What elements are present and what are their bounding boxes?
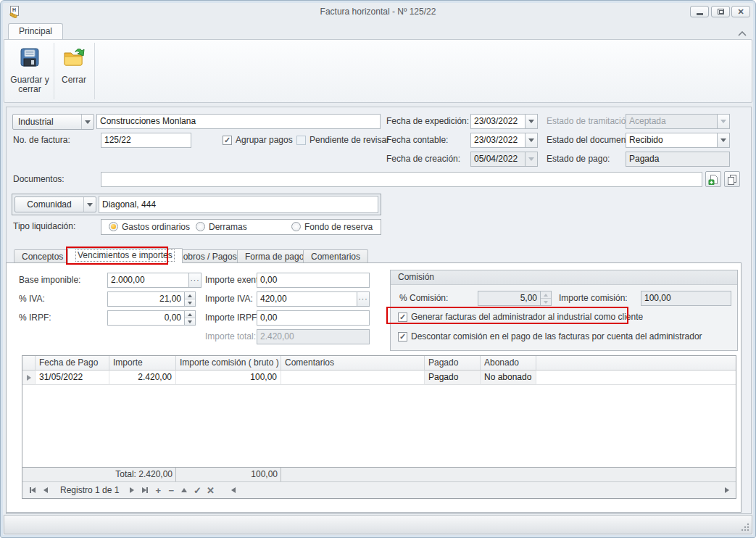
minimize-button[interactable] bbox=[690, 6, 709, 17]
statusbar bbox=[4, 515, 752, 534]
entity-name-field[interactable]: Construcciones Monlana bbox=[96, 114, 381, 129]
tab-vencimientos-importes[interactable]: Vencimientos e importes bbox=[67, 248, 183, 263]
grid-header-indicator bbox=[22, 356, 36, 371]
radio-derramas[interactable] bbox=[196, 222, 205, 231]
tab-forma-pago[interactable]: Forma de pago bbox=[237, 249, 312, 263]
hscroll-left-button[interactable] bbox=[228, 484, 239, 496]
base-imponible-label: Base imponible: bbox=[19, 273, 80, 288]
descontar-comision-checkbox[interactable]: ✓ bbox=[398, 332, 407, 342]
hscroll-right-button[interactable] bbox=[721, 484, 733, 496]
save-and-close-button[interactable]: Guardar y cerrar bbox=[7, 42, 52, 100]
grid-header-importe-comision[interactable]: Importe comisión ( bruto ) bbox=[176, 356, 281, 371]
record-navigator: Registro 1 de 1 + − ✓ ✕ bbox=[22, 481, 736, 498]
comunidad-type-value: Comunidad bbox=[15, 197, 83, 212]
cerrar-button[interactable]: Cerrar bbox=[56, 42, 92, 100]
entity-type-combo[interactable]: Industrial bbox=[12, 114, 94, 130]
iva-pct-field[interactable]: 21,00 bbox=[107, 291, 196, 307]
spinner-buttons[interactable] bbox=[184, 292, 195, 306]
collapse-ribbon-icon[interactable] bbox=[738, 28, 747, 38]
radio-gastos-ordinarios-label[interactable]: Gastos ordinarios bbox=[122, 220, 190, 235]
fecha-expedicion-value: 23/03/2022 bbox=[471, 115, 525, 128]
ribbon-tab-principal[interactable]: Principal bbox=[8, 23, 63, 40]
importe-comision-label: Importe comisión: bbox=[559, 291, 628, 306]
importe-irpf-field[interactable]: 0,00 bbox=[257, 310, 370, 326]
nav-cancel-button[interactable]: ✕ bbox=[204, 484, 216, 496]
generar-facturas-checkbox[interactable]: ✓ bbox=[398, 313, 407, 322]
importe-total-field: 2.420,00 bbox=[257, 329, 370, 344]
radio-derramas-label[interactable]: Derramas bbox=[209, 220, 247, 235]
check-icon: ✓ bbox=[399, 333, 406, 341]
importe-comision-field: 100,00 bbox=[641, 291, 731, 306]
agrupar-pagos-label[interactable]: Agrupar pagos bbox=[236, 133, 293, 148]
grid-header-fecha-pago[interactable]: Fecha de Pago bbox=[36, 356, 109, 371]
maximize-button[interactable] bbox=[711, 6, 730, 17]
cell-comentarios[interactable] bbox=[281, 371, 425, 385]
estado-documento-field[interactable]: Recibido bbox=[626, 133, 730, 148]
importe-exento-value: 0,00 bbox=[257, 273, 369, 287]
radio-fondo-reserva[interactable] bbox=[291, 222, 301, 231]
tipo-liquidacion-label: Tipo liquidación: bbox=[13, 219, 75, 234]
comunidad-combo[interactable]: Comunidad bbox=[14, 196, 96, 212]
cell-pagado[interactable]: Pagado bbox=[425, 371, 481, 385]
fecha-contable-field[interactable]: 23/03/2022 bbox=[470, 133, 538, 148]
estado-pago-field: Pagada bbox=[626, 152, 730, 167]
grid-header-comentarios[interactable]: Comentarios bbox=[281, 356, 425, 371]
cell-fecha-pago[interactable]: 31/05/2022 bbox=[36, 371, 109, 385]
documentos-field[interactable] bbox=[101, 172, 702, 187]
fecha-creacion-label: Fecha de creación: bbox=[386, 152, 460, 167]
importe-exento-field[interactable]: 0,00 bbox=[257, 273, 370, 288]
chevron-down-icon bbox=[81, 115, 94, 129]
tab-comentarios[interactable]: Comentarios bbox=[303, 249, 368, 263]
calendar-dropdown-icon[interactable] bbox=[525, 115, 537, 128]
ribbon-separator bbox=[54, 43, 54, 99]
tab-conceptos[interactable]: Conceptos bbox=[14, 249, 71, 263]
importe-iva-field[interactable]: 420,00 ··· bbox=[257, 291, 370, 307]
agrupar-pagos-checkbox[interactable]: ✓ bbox=[223, 136, 232, 145]
invoice-number-value: 125/22 bbox=[101, 133, 191, 147]
fecha-expedicion-field[interactable]: 23/03/2022 bbox=[470, 114, 538, 129]
nav-delete-button[interactable]: − bbox=[165, 484, 177, 496]
resize-grip[interactable] bbox=[741, 523, 749, 531]
cell-importe[interactable]: 2.420,00 bbox=[109, 371, 176, 385]
chevron-down-icon[interactable] bbox=[717, 133, 729, 147]
grid-total-row: Total: 2.420,00 100,00 bbox=[22, 467, 736, 481]
base-imponible-field[interactable]: 2.000,00 ··· bbox=[107, 273, 202, 288]
grid-empty-area[interactable] bbox=[22, 385, 736, 467]
titlebar: H Factura horizontal - Nº 125/22 ✕ bbox=[1, 1, 755, 22]
ribbon: Guardar y cerrar Cerrar bbox=[4, 39, 752, 103]
comunidad-address-field[interactable]: Diagonal, 444 bbox=[99, 196, 378, 213]
radio-selected-dot bbox=[111, 224, 116, 229]
importe-total-label: Importe total: bbox=[205, 329, 256, 344]
ellipsis-button[interactable]: ··· bbox=[357, 292, 369, 306]
ellipsis-button[interactable]: ··· bbox=[188, 273, 201, 287]
nav-next-button[interactable] bbox=[126, 484, 138, 496]
nav-edit-button[interactable] bbox=[178, 484, 190, 496]
total-comision-cell: 100,00 bbox=[176, 468, 281, 481]
fecha-expedicion-label: Fecha de expedición: bbox=[386, 114, 469, 129]
grid-header-importe[interactable]: Importe bbox=[109, 356, 176, 371]
nav-prev-button[interactable] bbox=[40, 484, 51, 496]
close-button[interactable]: ✕ bbox=[731, 6, 750, 17]
copy-document-button[interactable] bbox=[724, 171, 740, 187]
irpf-pct-field[interactable]: 0,00 bbox=[107, 310, 196, 326]
pendiente-revisar-checkbox[interactable] bbox=[296, 136, 306, 145]
grid-header-abonado[interactable]: Abonado bbox=[481, 356, 536, 371]
nav-first-button[interactable] bbox=[27, 484, 38, 496]
nav-last-button[interactable] bbox=[139, 484, 151, 496]
cell-importe-comision[interactable]: 100,00 bbox=[176, 371, 281, 385]
spinner-buttons[interactable] bbox=[184, 311, 195, 325]
descontar-comision-label[interactable]: Descontar comisión en el pago de las fac… bbox=[411, 329, 702, 344]
grid-header-pagado[interactable]: Pagado bbox=[425, 356, 481, 371]
calendar-dropdown-icon[interactable] bbox=[525, 133, 537, 147]
radio-gastos-ordinarios[interactable] bbox=[109, 222, 118, 231]
radio-fondo-reserva-label[interactable]: Fondo de reserva bbox=[304, 220, 373, 235]
nav-post-button[interactable]: ✓ bbox=[191, 484, 203, 496]
comision-pct-label: % Comisión: bbox=[399, 291, 448, 306]
invoice-number-field[interactable]: 125/22 bbox=[101, 133, 191, 148]
generar-facturas-label[interactable]: Generar facturas del administrador al in… bbox=[411, 310, 643, 325]
close-folder-icon bbox=[62, 46, 86, 71]
cell-abonado[interactable]: No abonado bbox=[481, 371, 536, 385]
pendiente-revisar-label[interactable]: Pendiente de revisar bbox=[310, 133, 389, 148]
nav-append-button[interactable]: + bbox=[152, 484, 164, 496]
add-document-button[interactable] bbox=[705, 171, 721, 187]
